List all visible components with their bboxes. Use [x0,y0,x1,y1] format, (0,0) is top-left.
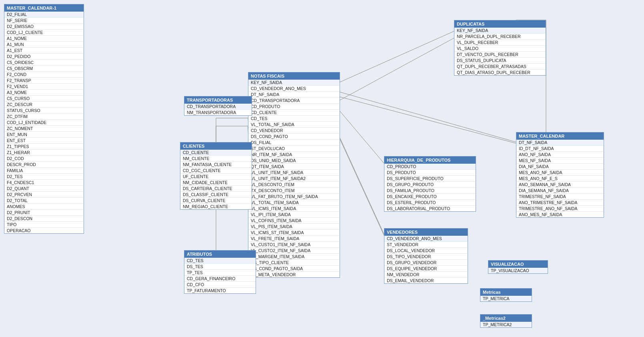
table-row: Z1_HIERAR [4,150,84,156]
table-notas_fiscais: NOTAS FISCAISKEY_NF_SAIDACD_VENDEDOR_ANO… [248,72,340,278]
table-row: ZC_DESCUR [4,102,84,108]
table-body-metricas: TP_METRICA [480,296,532,301]
table-row: CD_PRODUTO [384,164,476,170]
table-header-clientes: CLIENTES [180,142,252,150]
table-row: DT_NF_SAIDA [248,92,340,98]
table-master_calendar: MASTER_CALENDARDT_NF_SAIDAID_DT_NF_SAIDA… [516,132,604,218]
table-clientes: CLIENTESCD_CLIENTENM_CLIENTENM_FANTASIA_… [180,142,252,210]
table-row: NM_CIDADE_CLIENTE [180,180,252,186]
table-atributos: ATRIBUTOSCD_TESDS_TESTP_TESCD_GERA_FINAN… [184,250,256,294]
table-row: NM_FANTASIA_CLIENTE [180,162,252,168]
table-row: DS_CLASSIF_CLIENTE [180,192,252,198]
table-row: D2_PEDIDO [4,54,84,60]
table-row: CD_CGC_CLIENTE [180,168,252,174]
diagram-canvas: MASTER_CALENDAR-1D2_FILIALNF_SERIED2_EMI… [0,0,644,337]
table-header-duplicatas: DUPLICATAS [454,20,546,28]
table-header-metricas: Metricas [480,289,532,296]
table-row: DS_LOCAL_VENDEDOR [384,248,468,254]
svg-line-1 [340,38,454,100]
table-row: ST_VENDEDOR [384,242,468,248]
table-row: MES_ANO_NF_E_S [516,176,604,182]
table-row: TIPO [4,222,84,228]
table-row: DIA_NF_SAIDA [516,164,604,170]
table-row: ANO_TRIMESTRE_NF_SAIDA [516,200,604,206]
table-duplicatas: DUPLICATASKEY_NF_SAIDANR_PARCELA_DUPL_RE… [454,20,546,76]
table-row: DS_CURVA_CLIENTE [180,198,252,204]
table-row: D2_DESCON [4,216,84,222]
table-body-notas_fiscais: KEY_NF_SAIDACD_VENDEDOR_ANO_MESDT_NF_SAI… [248,80,340,277]
table-body-visualizacao: TP_VISUALIZACAO [488,268,548,273]
table-row: NR_ITEM_NF_SAIDA [248,152,340,158]
table-row: ENT_MUN [4,132,84,138]
table-row: TP_FATURAMENTO [184,288,256,293]
table-row: C5_ORIDESC [4,60,84,66]
table-row: CD_VENDEDOR [248,128,340,134]
table-row: CD_TRANSPORTADORA [184,104,252,110]
table-row: COD_LJ_CLIENTE [4,30,84,36]
table-body-transportadoras: CD_TRANSPORTADORANM_TRANSPORTADORA [184,104,252,115]
table-row: QT_ITEM_SAIDA [248,164,340,170]
table-body-hierarquia_de_produtos: CD_PRODUTODS_PRODUTODS_SUPERFICIE_PRODUT… [384,164,476,211]
table-row: DT_NF_SAIDA [516,140,604,146]
table-row: UF_CLIENTE [180,174,252,180]
table-visualizacao: VISUALIZACAOTP_VISUALIZACAO [488,260,548,274]
table-row: CD_CLIENTE [248,110,340,116]
table-vendedores: VENDEDORESCD_VENDEDOR_ANO_MESST_VENDEDOR… [384,228,468,284]
table-row: CD_CFO [184,282,256,288]
table-row: D2_PRCVEN [4,192,84,198]
table-row: VL_COFINS_ITEM_SAIDA [248,218,340,224]
table-row: CD_TES [248,116,340,122]
table-header-master_calendar: MASTER_CALENDAR [516,132,604,140]
table-row: ZC_DTFIM [4,114,84,120]
table-row: CD_VENDEDOR_ANO_MES [384,236,468,242]
table-body-atributos: CD_TESDS_TESTP_TESCD_GERA_FINANCEIROCD_C… [184,258,256,293]
table-master_calendar_1: MASTER_CALENDAR-1D2_FILIALNF_SERIED2_EMI… [4,4,84,234]
table-header-notas_fiscais: NOTAS FISCAIS [248,72,340,80]
table-row: DT_VENCTO_DUPL_RECEBER [454,52,546,58]
table-row: A3_NOME [4,90,84,96]
table-body-clientes: CD_CLIENTENM_CLIENTENM_FANTASIA_CLIENTEC… [180,150,252,209]
table-row: VL_CUSTO2_ITEM_NF_SAIDA [248,248,340,254]
svg-line-11 [340,139,384,235]
table-row: F2_TRANSP [4,78,84,84]
table-row: DS_GRUPO_VENDEDOR [384,260,468,266]
table-row: KEY_NF_SAIDA [248,80,340,86]
table-row: ANOMES [4,204,84,210]
table-row: CD_VENDEDOR_ANO_MES [248,86,340,92]
table-row: CD_GERA_FINANCEIRO [184,276,256,282]
table-row: A1_NOME [4,36,84,42]
table-header-transportadoras: TRANSPORTADORAS [184,96,252,104]
table-row: DS_STATUS_DUPLICATA [454,58,546,64]
table-row: D2_PRUNIT [4,210,84,216]
table-row: ZC_NOMENT [4,126,84,132]
table-header-metricas2: _Metricas2 [480,315,532,322]
table-row: DIA_SEMANA_NF_SAIDA [516,188,604,194]
table-row: TRIMESTRE_NF_SAIDA [516,194,604,200]
table-row: KEY_NF_SAIDA [454,28,546,34]
table-row: VL_DESCONTO_ITEM [248,182,340,188]
table-row: DS_GRUPO_PRODUTO [384,182,476,188]
svg-line-12 [340,97,516,143]
table-row: NF_SERIE [4,18,84,24]
table-row: NM_VENDEDOR [384,272,468,278]
table-row: VL_FRETE_ITEM_SAIDA [248,236,340,242]
table-row: TX_DESCONTO_ITEM [248,188,340,194]
table-row: ANO_MES_NF_SAIDA [516,212,604,217]
table-row: ANO_NF_SAIDA [516,152,604,158]
svg-line-9 [340,111,384,163]
table-row: DS_UNID_MED_SAIDA [248,158,340,164]
table-body-metricas2: TP_METRICA2 [480,322,532,327]
table-row: CD_TES [184,258,256,264]
table-row: VL_META_VENDEDOR [248,272,340,277]
table-transportadoras: TRANSPORTADORASCD_TRANSPORTADORANM_TRANS… [184,96,252,116]
table-row: DS_ESTERIL_PRODUTO [384,200,476,206]
table-row: DS_TIPO_CLIENTE [248,260,340,266]
table-row: VL_DUPL_RECEBER [454,40,546,46]
table-row: D2_EMISSAO [4,24,84,30]
table-row: DS_FAMILIA_PRODUTO [384,188,476,194]
table-row: F2_VEND1 [4,84,84,90]
table-header-master_calendar_1: MASTER_CALENDAR-1 [4,4,84,12]
table-row: CD_TRANSPORTADORA [248,98,340,104]
table-row: QT_DUPL_RECEBER_ATRASADAS [454,64,546,70]
svg-line-0 [340,31,454,82]
